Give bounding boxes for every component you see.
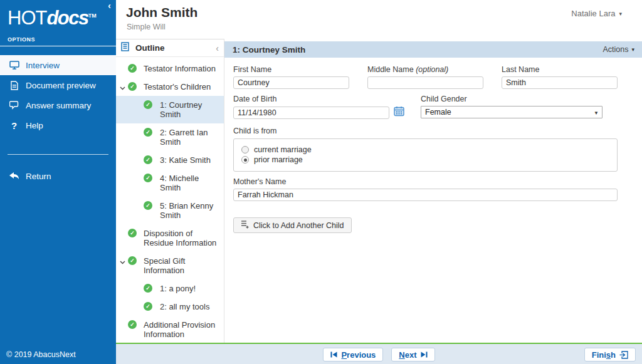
outline-header: Outline ‹ <box>116 39 224 57</box>
skip-next-icon <box>421 351 428 358</box>
check-icon: ✓ <box>144 174 152 182</box>
radio-current-marriage[interactable]: current marriage <box>241 145 611 154</box>
check-icon: ✓ <box>144 201 152 210</box>
brand-wordmark: HOTdocsTM <box>8 4 108 30</box>
last-name-label: Last Name <box>502 65 618 74</box>
check-icon: ✓ <box>144 155 152 164</box>
brand-trademark: TM <box>88 13 97 19</box>
add-list-icon <box>241 220 249 231</box>
check-icon: ✓ <box>128 64 137 73</box>
child-is-from-group: current marriage prior marriage <box>233 138 618 172</box>
outline-item-label: 4: Michelle Smith <box>152 174 221 192</box>
first-name-label: First Name <box>233 65 349 74</box>
outline-icon <box>121 42 130 54</box>
child-gender-group: Child Gender Female ▼ <box>421 95 603 119</box>
next-label: Next <box>399 350 416 360</box>
outline-item-label: 3: Katie Smith <box>152 155 221 165</box>
sidebar-item-answer-summary[interactable]: Answer summary <box>0 95 116 115</box>
optional-note: (optional) <box>416 65 448 74</box>
last-name-field[interactable] <box>502 76 618 89</box>
add-another-child-button[interactable]: Click to Add Another Child <box>233 217 352 233</box>
sidebar-item-interview[interactable]: Interview <box>0 55 116 75</box>
outline-item-label: 2: all my tools <box>152 302 221 311</box>
child-is-from-label: Child is from <box>233 127 642 135</box>
outline-item-label: 5: Brian Kenny Smith <box>152 201 221 220</box>
outline-item-label: 1: Courtney Smith <box>152 100 221 119</box>
chevron-expanded-icon[interactable] <box>120 83 125 92</box>
outline-item-additional-provision[interactable]: ✓ Additional Provision Information <box>116 316 224 343</box>
check-icon: ✓ <box>128 256 137 265</box>
outline-item-michelle-smith[interactable]: ✓ 4: Michelle Smith <box>116 169 224 197</box>
main-header: John Smith Simple Will Natalie Lara ▾ <box>116 0 642 39</box>
check-icon: ✓ <box>128 229 137 237</box>
brand-thin: HOT <box>8 7 46 29</box>
brand-logo: ‹ HOTdocsTM <box>0 0 116 30</box>
outline-item-all-my-tools[interactable]: ✓ 2: all my tools <box>116 298 224 316</box>
page-subtitle: Simple Will <box>127 23 166 31</box>
calendar-icon[interactable] <box>394 106 404 119</box>
sidebar-item-label: Answer summary <box>26 101 91 110</box>
chevron-down-icon: ▾ <box>619 11 622 17</box>
outline-collapse-icon[interactable]: ‹ <box>216 43 219 53</box>
outline-item-special-gift-information[interactable]: ✓ Special Gift Information <box>116 252 224 279</box>
outline-item-label: Additional Provision Information <box>137 320 221 339</box>
chevron-expanded-icon[interactable] <box>120 257 125 266</box>
user-menu[interactable]: Natalie Lara ▾ <box>571 9 622 18</box>
check-icon: ✓ <box>128 82 137 91</box>
form-panel-header: 1: Courtney Smith Actions ▾ <box>224 41 642 58</box>
question-icon: ? <box>9 120 19 130</box>
sidebar-item-label: Return <box>26 172 51 181</box>
outline-item-disposition-of-residue[interactable]: ✓ Disposition of Residue Information <box>116 224 224 252</box>
date-of-birth-field[interactable] <box>233 107 389 119</box>
first-name-group: First Name <box>233 65 349 89</box>
sidebar-item-help[interactable]: ? Help <box>0 115 116 135</box>
outline-item-courtney-smith[interactable]: ✓ 1: Courtney Smith <box>116 96 224 123</box>
mothers-name-label: Mother's Name <box>233 177 618 186</box>
app-window: ‹ HOTdocsTM Options Interview Document p… <box>0 0 642 364</box>
middle-name-label-text: Middle Name <box>367 65 414 74</box>
sidebar-divider <box>8 154 108 155</box>
radio-label: prior marriage <box>254 155 303 164</box>
check-icon: ✓ <box>144 100 152 109</box>
child-gender-label: Child Gender <box>421 95 603 103</box>
user-name: Natalie Lara <box>571 9 615 18</box>
sidebar: ‹ HOTdocsTM Options Interview Document p… <box>0 0 116 364</box>
outline-item-katie-smith[interactable]: ✓ 3: Katie Smith <box>116 151 224 169</box>
actions-label: Actions <box>603 45 628 54</box>
outline-item-testators-children[interactable]: ✓ Testator's Children <box>116 78 224 96</box>
date-of-birth-label: Date of Birth <box>233 95 404 103</box>
last-name-group: Last Name <box>502 65 618 89</box>
middle-name-field[interactable] <box>367 76 483 89</box>
outline-item-brian-kenny-smith[interactable]: ✓ 5: Brian Kenny Smith <box>116 197 224 224</box>
outline-item-a-pony[interactable]: ✓ 1: a pony! <box>116 279 224 298</box>
outline-item-testator-information[interactable]: ✓ Testator Information <box>116 60 224 78</box>
brand-bold: docs <box>46 7 88 29</box>
previous-button[interactable]: Previous <box>323 348 383 361</box>
outline-item-garrett-ian-smith[interactable]: ✓ 2: Garrett Ian Smith <box>116 123 224 151</box>
form-panel: 1: Courtney Smith Actions ▾ First Name M… <box>224 39 642 343</box>
sidebar-item-document-preview[interactable]: Document preview <box>0 75 116 95</box>
finish-button[interactable]: Finish <box>584 348 636 361</box>
radio-prior-marriage[interactable]: prior marriage <box>241 155 611 164</box>
next-button[interactable]: Next <box>391 348 434 361</box>
options-divider <box>0 46 116 46</box>
form-panel-title: 1: Courtney Smith <box>233 45 603 55</box>
first-name-field[interactable] <box>233 76 349 89</box>
actions-menu-button[interactable]: Actions ▾ <box>603 45 634 54</box>
middle-name-group: Middle Name (optional) <box>367 65 483 89</box>
child-gender-select[interactable]: Female ▼ <box>421 106 603 118</box>
outline-item-label: Testator's Children <box>137 82 221 91</box>
sidebar-item-return[interactable]: Return <box>0 166 116 186</box>
sidebar-collapse-icon[interactable]: ‹ <box>108 1 111 10</box>
page-title: John Smith <box>126 5 197 20</box>
radio-unselected-icon <box>241 146 249 153</box>
finish-label: Finish <box>592 350 616 360</box>
mothers-name-field[interactable] <box>233 189 618 201</box>
outline-item-label: 1: a pony! <box>152 284 221 293</box>
sidebar-item-label: Help <box>26 121 43 130</box>
footer-bar: Previous Next Finish <box>116 343 642 364</box>
check-icon: ✓ <box>144 302 152 311</box>
chevron-down-icon: ▾ <box>631 46 634 53</box>
middle-name-label: Middle Name (optional) <box>367 65 483 74</box>
outline-item-label: Testator Information <box>137 64 221 73</box>
